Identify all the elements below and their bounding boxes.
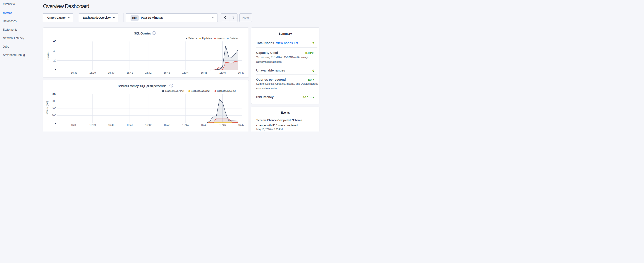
svg-text:16:47: 16:47 <box>238 71 244 74</box>
svg-text:16:41: 16:41 <box>126 71 133 74</box>
svg-text:16:39: 16:39 <box>89 124 96 127</box>
svg-text:16:38: 16:38 <box>71 71 77 74</box>
svg-text:60: 60 <box>53 40 56 43</box>
svg-text:600: 600 <box>52 100 56 103</box>
svg-text:400: 400 <box>52 107 56 110</box>
svg-text:latency (ms): latency (ms) <box>46 101 48 115</box>
svg-text:16:42: 16:42 <box>145 124 152 127</box>
svg-text:800: 800 <box>52 93 56 96</box>
svg-text:16:41: 16:41 <box>126 124 133 127</box>
svg-text:16:44: 16:44 <box>182 124 188 127</box>
svg-text:16:46: 16:46 <box>219 71 226 74</box>
svg-text:queries: queries <box>46 52 50 60</box>
svg-text:20: 20 <box>53 59 56 62</box>
svg-text:16:45: 16:45 <box>201 124 207 127</box>
svg-text:16:47: 16:47 <box>238 124 244 127</box>
svg-text:16:43: 16:43 <box>164 71 170 74</box>
svg-text:0: 0 <box>55 121 56 124</box>
svg-text:16:44: 16:44 <box>182 71 188 74</box>
svg-text:16:38: 16:38 <box>71 124 77 127</box>
svg-text:16:46: 16:46 <box>219 124 226 127</box>
svg-text:0: 0 <box>55 69 56 72</box>
svg-text:200: 200 <box>52 114 56 117</box>
svg-text:16:42: 16:42 <box>145 71 152 74</box>
svg-text:16:43: 16:43 <box>164 124 170 127</box>
svg-text:40: 40 <box>53 50 56 53</box>
svg-text:16:39: 16:39 <box>89 71 96 74</box>
svg-text:16:40: 16:40 <box>108 71 114 74</box>
svg-text:16:40: 16:40 <box>108 124 114 127</box>
svg-text:16:45: 16:45 <box>201 71 207 74</box>
